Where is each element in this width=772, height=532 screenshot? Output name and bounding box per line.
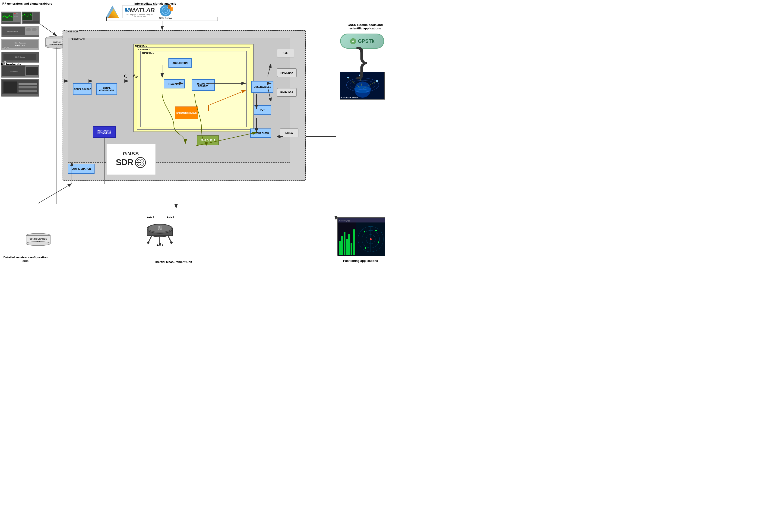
imu-device-area: Axis 1 Axis 0 ISIS iX3 (137, 215, 183, 250)
channel-1-label: CHANNEL 1 (142, 52, 153, 54)
flowgraph-box: FLOWGRAPH CHANNEL N CHANNEL 2 CHANNEL 1 … (68, 38, 290, 163)
fs-label: fs (124, 74, 127, 79)
svg-rect-21 (26, 28, 31, 31)
svg-text:SDR Device: SDR Device (15, 56, 25, 58)
gnss-sdr-logo-box: GNSS SDR (106, 144, 156, 175)
svg-rect-10 (14, 13, 16, 14)
svg-line-129 (38, 184, 72, 203)
gnss-sdr-logo-gnss: GNSS (123, 151, 139, 157)
positioning-app-screenshot: Positioning App (337, 217, 385, 256)
matlab-subtitle: The Language of Technical Computing (126, 14, 153, 16)
svg-rect-45 (19, 90, 37, 92)
mathworks-label: The MATHWORKS (133, 16, 146, 17)
oscilloscope-2 (22, 12, 40, 24)
channel-n-label: CHANNEL N (135, 45, 147, 47)
svg-rect-12 (16, 13, 18, 14)
svg-rect-86 (344, 232, 345, 255)
main-container: RF generators and signal grabbers Interm… (0, 0, 386, 266)
svg-rect-63 (347, 77, 349, 78)
svg-text:FILE: FILE (36, 241, 41, 243)
svg-text:SIGNAL: SIGNAL (53, 41, 61, 43)
signal-source-box: SIGNAL SOURCE (73, 83, 91, 95)
svg-text:Positioning App: Positioning App (339, 220, 350, 222)
rinex-obs-box: RINEX OBS (277, 88, 297, 97)
svg-text:iX3: iX3 (158, 228, 161, 230)
svg-rect-85 (341, 236, 343, 255)
rf-device-workstation (1, 79, 39, 97)
gnss-sdr-box: GNSS-SDR FLOWGRAPH CHANNEL N CHANNEL 2 C… (63, 30, 306, 181)
svg-rect-18 (23, 21, 39, 23)
nmea-box: NMEA (280, 128, 298, 137)
gnu-octave-label: GNU Octave (159, 17, 172, 19)
gnss-sdr-logo-sdr: SDR (116, 158, 133, 167)
svg-text:PCB Module: PCB Module (9, 70, 18, 72)
signal-conditioner-box: SIGNAL CONDITIONER (96, 83, 117, 95)
svg-rect-23 (2, 35, 39, 37)
channel-2-label: CHANNEL 2 (138, 48, 150, 51)
axis0-label: Axis 0 (167, 216, 174, 219)
axis2-label: Axis 2 (156, 244, 163, 247)
svg-point-54 (140, 162, 141, 163)
svg-rect-14 (2, 22, 20, 24)
svg-rect-42 (3, 81, 17, 93)
svg-rect-88 (348, 234, 350, 255)
flowgraph-label: FLOWGRAPH (70, 38, 85, 40)
rinex-nav-box: RINEX NAV (277, 68, 297, 77)
top-left-label: RF generators and signal grabbers (2, 2, 52, 5)
svg-point-80 (170, 241, 172, 244)
svg-rect-43 (19, 83, 37, 85)
how-gnss-label: HOW GNSS-R WORKS (341, 97, 358, 98)
svg-point-101 (365, 247, 366, 249)
svg-point-76 (147, 241, 149, 244)
hardware-frontend-box: HARDWARE FRONT-END (93, 126, 116, 138)
oscilloscopes-row (1, 12, 44, 24)
gnss-sdr-logo-circles (134, 157, 146, 168)
fin-label: fIN (133, 74, 138, 79)
positioning-app-svg: Positioning App (338, 218, 385, 256)
svg-point-100 (378, 241, 379, 243)
config-file-shape: CONFIGURATION FILE (25, 233, 51, 246)
gnss-sdr-label: GNSS-SDR (65, 30, 79, 33)
bottom-left-label: Detailed receiver configuration sets (2, 256, 49, 263)
svg-rect-38 (26, 67, 38, 75)
gnu-octave-icon (159, 4, 172, 17)
svg-text:Ettus Research: Ettus Research (7, 31, 18, 32)
svg-point-29 (3, 47, 6, 49)
svg-rect-44 (19, 86, 37, 88)
matlab-peak-icon (104, 4, 120, 19)
matlab-text: MMATLAB (124, 6, 155, 14)
intermediate-signals-area: MMATLAB The Language of Technical Comput… (104, 4, 172, 19)
configuration-box: CONFIGURATION (68, 164, 94, 174)
rf-device-usrp: Ettus Research USRP E100 (1, 39, 39, 50)
axis1-label: Axis 1 (147, 216, 154, 219)
svg-rect-6 (169, 7, 172, 11)
rf-device-3: SDR Device (1, 52, 39, 63)
msg-queue-box: MSG QUEUE (197, 135, 219, 145)
ephemeris-queue-box: EPHEMERIS QUEUE (175, 106, 198, 119)
svg-rect-87 (346, 239, 348, 255)
pvt-box: PVT (254, 105, 271, 115)
top-right-label: GNSS external tools and scientific appli… (347, 23, 384, 30)
svg-line-79 (168, 236, 171, 243)
svg-text:Ettus Research: Ettus Research (15, 42, 26, 44)
kml-box: KML (277, 49, 294, 57)
svg-rect-11 (14, 16, 16, 17)
svg-text:USRP E100: USRP E100 (15, 44, 25, 46)
outputs-brace: } (356, 43, 367, 78)
tracking-box: TRACKING (164, 79, 184, 88)
imu-device: Axis 1 Axis 0 ISIS iX3 (145, 219, 175, 245)
bottom-center-label: Inertial Measurement Unit (139, 260, 209, 264)
svg-rect-90 (353, 229, 355, 255)
svg-point-34 (4, 61, 6, 63)
config-file-svg: CONFIGURATION FILE (25, 233, 51, 246)
svg-point-30 (7, 47, 9, 49)
svg-text:SAMPLES: SAMPLES (52, 44, 62, 46)
svg-point-98 (364, 231, 365, 232)
svg-line-75 (148, 236, 152, 243)
gnu-octave-area: GNU Octave (159, 4, 172, 19)
rf-device-1: Ettus Research (1, 26, 39, 37)
svg-rect-13 (16, 16, 18, 17)
matlab-logo: MMATLAB The Language of Technical Comput… (122, 5, 157, 18)
observables-box: OBSERVABLES (252, 81, 273, 93)
bottom-right-label: Positioning applications (337, 259, 384, 263)
